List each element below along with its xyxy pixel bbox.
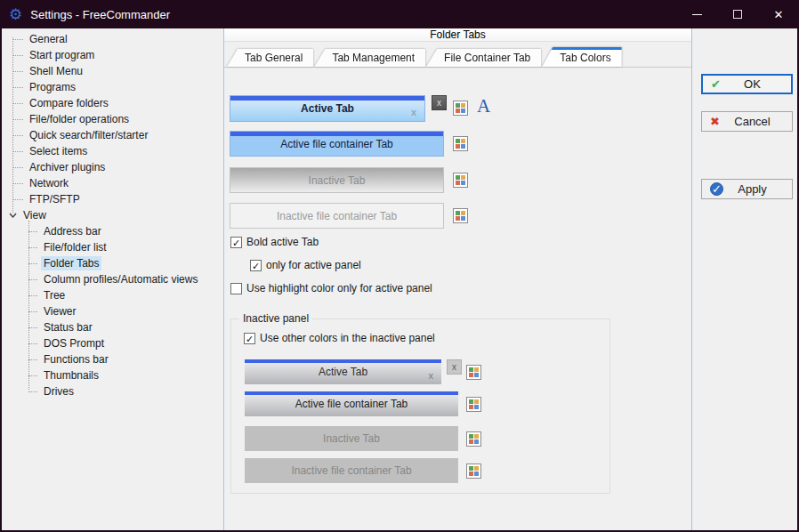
tree-connector: [28, 231, 37, 232]
inactive-panel-group: Inactive panel ✓ Use other colors in the…: [230, 318, 610, 494]
checkbox-label: Use other colors in the inactive panel: [260, 332, 435, 344]
sidebar-item-label: Thumbnails: [41, 368, 101, 383]
sidebar-item-thumbnails[interactable]: Thumbnails: [2, 367, 223, 383]
sidebar-item-file-folder-operations[interactable]: File/folder operations: [2, 111, 223, 127]
sidebar-item-address-bar[interactable]: Address bar: [2, 223, 223, 239]
inactive-tab-color-sample[interactable]: Inactive Tab: [230, 167, 444, 193]
sidebar-item-start-program[interactable]: Start program: [2, 47, 223, 63]
color-picker-button[interactable]: [453, 173, 468, 188]
close-button[interactable]: ✕: [758, 0, 799, 28]
inactive-panel-inactive-tab-sample[interactable]: Inactive Tab: [245, 426, 458, 451]
sidebar-item-drives[interactable]: Drives: [2, 383, 223, 399]
tab-label: Tab Management: [314, 49, 425, 67]
color-picker-button[interactable]: [453, 208, 468, 223]
sidebar-item-label: Select items: [27, 144, 90, 158]
sidebar-item-folder-tabs[interactable]: Folder Tabs: [2, 255, 223, 271]
tab-label: File Container Tab: [426, 49, 541, 67]
sidebar-item-label: Tree: [41, 288, 68, 302]
sidebar-item-status-bar[interactable]: Status bar: [2, 319, 223, 335]
checkbox-checked[interactable]: ✓: [250, 260, 262, 271]
dialog-body: General Start program Shell Menu Program…: [2, 28, 797, 530]
color-swatch: [456, 181, 460, 185]
tab-top-strip: [245, 359, 441, 363]
sidebar-item-network[interactable]: Network: [2, 175, 223, 191]
only-active-panel-checkbox-row[interactable]: ✓ only for active panel: [250, 258, 361, 272]
font-button[interactable]: A: [477, 97, 490, 116]
color-swatch: [474, 439, 479, 444]
sidebar-item-column-profiles[interactable]: Column profiles/Automatic views: [2, 271, 223, 287]
window-title: Settings - FreeCommander: [30, 8, 170, 21]
color-swatch: [461, 103, 465, 108]
color-swatch: [469, 373, 473, 377]
color-swatch: [469, 434, 473, 439]
highlight-only-active-checkbox-row[interactable]: Use highlight color only for active pane…: [230, 281, 432, 295]
sidebar-item-ftp-sftp[interactable]: FTP/SFTP: [2, 191, 223, 207]
sidebar-item-shell-menu[interactable]: Shell Menu: [2, 63, 223, 79]
active-tab-color-sample[interactable]: Active Tab x: [230, 95, 425, 122]
color-swatch: [461, 211, 465, 215]
checkbox-checked[interactable]: ✓: [230, 237, 242, 248]
color-picker-button[interactable]: [453, 136, 468, 151]
sidebar-item-compare-folders[interactable]: Compare folders: [2, 95, 223, 111]
color-swatch: [474, 472, 479, 476]
main-panel: Folder Tabs Tab General Tab Management F…: [223, 28, 692, 530]
color-picker-button[interactable]: [466, 397, 481, 412]
titlebar: ⚙ Settings - FreeCommander ✕: [0, 0, 799, 28]
sidebar-item-file-folder-list[interactable]: File/folder list: [2, 239, 223, 255]
tab-file-container[interactable]: File Container Tab: [426, 49, 541, 67]
window-controls: ✕: [676, 0, 799, 28]
sample-label: Inactive Tab: [309, 174, 366, 187]
tab-top-strip: [245, 391, 458, 395]
apply-check-icon: ✓: [710, 182, 723, 196]
settings-sidebar: General Start program Shell Menu Program…: [2, 28, 223, 530]
clear-color-button[interactable]: x: [432, 95, 447, 110]
maximize-button[interactable]: [717, 0, 758, 28]
sidebar-item-tree[interactable]: Tree: [2, 287, 223, 303]
tree-connector: [28, 375, 37, 376]
color-swatch: [474, 367, 479, 372]
sidebar-item-archiver-plugins[interactable]: Archiver plugins: [2, 159, 223, 175]
tab-management[interactable]: Tab Management: [314, 49, 425, 67]
use-other-colors-checkbox-row[interactable]: ✓ Use other colors in the inactive panel: [244, 331, 435, 345]
sidebar-item-functions-bar[interactable]: Functions bar: [2, 351, 223, 367]
sidebar-item-label: Quick search/filter/starter: [27, 128, 150, 142]
tree-connector: [28, 391, 37, 392]
color-picker-button[interactable]: [466, 463, 481, 479]
color-swatch: [461, 181, 465, 185]
clear-color-button[interactable]: x: [447, 359, 462, 375]
inactive-panel-active-container-sample[interactable]: Active file container Tab: [245, 391, 458, 416]
sidebar-item-select-items[interactable]: Select items: [2, 143, 223, 159]
sidebar-item-quick-search[interactable]: Quick search/filter/starter: [2, 127, 223, 143]
sidebar-item-label: View: [20, 208, 49, 222]
inactive-panel-inactive-container-sample[interactable]: Inactive file container Tab: [245, 458, 458, 483]
sidebar-item-label: General: [27, 32, 70, 46]
tab-general[interactable]: Tab General: [227, 49, 313, 67]
sidebar-item-viewer[interactable]: Viewer: [2, 303, 223, 319]
sidebar-item-view[interactable]: View: [2, 207, 223, 223]
color-picker-button[interactable]: [466, 365, 481, 380]
sidebar-item-dos-prompt[interactable]: DOS Prompt: [2, 335, 223, 351]
bold-active-tab-checkbox-row[interactable]: ✓ Bold active Tab: [230, 235, 319, 249]
tree-connector: [12, 167, 23, 168]
sample-label: Inactive file container Tab: [291, 464, 411, 477]
checkbox-checked[interactable]: ✓: [244, 333, 255, 344]
color-swatch: [474, 399, 479, 404]
checkbox-unchecked[interactable]: [230, 283, 242, 294]
color-swatch: [474, 434, 479, 439]
color-picker-button[interactable]: [453, 101, 468, 116]
minimize-button[interactable]: [676, 0, 717, 28]
color-picker-button[interactable]: [466, 431, 481, 447]
tree-guide-line: [12, 37, 13, 213]
apply-button[interactable]: ✓ Apply: [701, 179, 793, 199]
sidebar-item-programs[interactable]: Programs: [2, 79, 223, 95]
color-swatch: [456, 103, 460, 108]
inactive-panel-active-tab-sample[interactable]: Active Tab x: [245, 359, 441, 384]
sidebar-item-general[interactable]: General: [2, 31, 223, 47]
ok-button[interactable]: ✔ OK: [701, 74, 793, 94]
color-swatch: [469, 367, 473, 372]
action-button-bar: ✔ OK ✖ Cancel ✓ Apply: [692, 28, 797, 530]
inactive-container-color-sample[interactable]: Inactive file container Tab: [230, 203, 444, 229]
tab-colors[interactable]: Tab Colors: [542, 47, 621, 67]
active-container-color-sample[interactable]: Active file container Tab: [230, 131, 444, 157]
cancel-button[interactable]: ✖ Cancel: [701, 111, 793, 132]
